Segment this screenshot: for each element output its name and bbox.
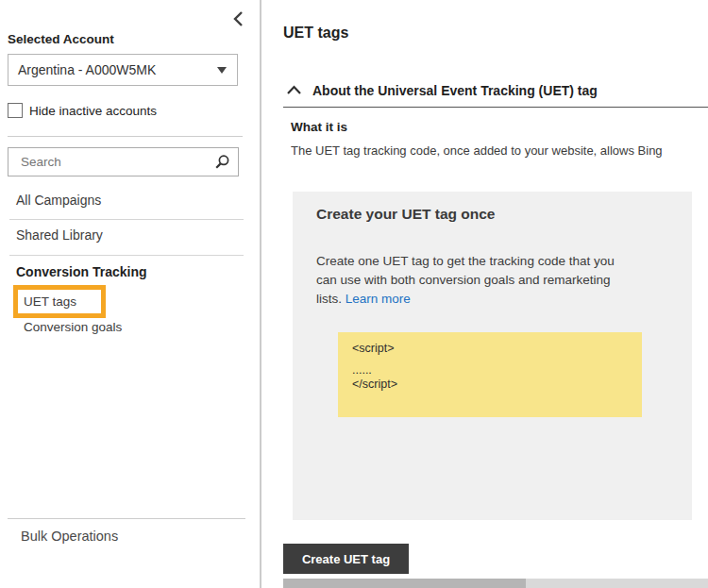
sidebar-item-all-campaigns[interactable]: All Campaigns bbox=[16, 193, 101, 208]
code-line: ...... bbox=[352, 363, 642, 378]
section-collapse-button[interactable] bbox=[286, 85, 302, 95]
hide-inactive-label: Hide inactive accounts bbox=[29, 104, 157, 118]
what-it-is-heading: What it is bbox=[291, 120, 347, 134]
section-divider bbox=[283, 107, 708, 108]
sidebar-item-uet-tags[interactable]: UET tags bbox=[24, 294, 76, 309]
about-section-title[interactable]: About the Universal Event Tracking (UET)… bbox=[312, 83, 598, 98]
sidebar-divider bbox=[8, 518, 245, 519]
sidebar-item-conversion-tracking[interactable]: Conversion Tracking bbox=[16, 264, 146, 279]
search-input[interactable] bbox=[19, 148, 207, 176]
horizontal-scrollbar-thumb[interactable] bbox=[283, 579, 526, 588]
sidebar-divider bbox=[8, 136, 243, 137]
sidebar-item-shared-library[interactable]: Shared Library bbox=[16, 227, 103, 243]
hide-inactive-checkbox[interactable] bbox=[8, 103, 23, 118]
what-it-is-text: The UET tag tracking code, once added to… bbox=[291, 143, 708, 158]
sidebar-divider bbox=[9, 219, 244, 220]
card-body-text: Create one UET tag to get the tracking c… bbox=[316, 252, 635, 309]
sidebar-item-bulk-operations[interactable]: Bulk Operations bbox=[21, 529, 118, 544]
chevron-up-icon bbox=[286, 85, 302, 95]
create-uet-tag-button[interactable]: Create UET tag bbox=[283, 544, 409, 574]
selected-account-label: Selected Account bbox=[8, 32, 114, 46]
learn-more-link[interactable]: Learn more bbox=[346, 292, 411, 306]
uet-tags-highlight-annotation: UET tags bbox=[13, 285, 106, 318]
chevron-left-icon bbox=[232, 10, 249, 27]
caret-down-icon bbox=[217, 67, 227, 74]
uet-code-snippet-box: <script> ...... </script> bbox=[338, 332, 642, 417]
sidebar-main-divider bbox=[260, 0, 261, 588]
horizontal-scrollbar[interactable] bbox=[283, 579, 708, 588]
code-line: </script> bbox=[352, 378, 642, 392]
search-icon[interactable] bbox=[213, 154, 230, 171]
sidebar-collapse-button[interactable] bbox=[232, 10, 249, 29]
card-title: Create your UET tag once bbox=[316, 206, 496, 223]
sidebar-item-conversion-goals[interactable]: Conversion goals bbox=[24, 320, 122, 334]
sidebar-search bbox=[8, 147, 239, 176]
code-line: <script> bbox=[352, 342, 642, 356]
page-title: UET tags bbox=[283, 25, 348, 42]
create-uet-info-card: Create your UET tag once Create one UET … bbox=[293, 192, 692, 520]
account-dropdown[interactable]: Argentina - A000W5MK bbox=[8, 54, 238, 86]
sidebar-divider bbox=[9, 255, 244, 256]
account-dropdown-value: Argentina - A000W5MK bbox=[18, 62, 156, 77]
